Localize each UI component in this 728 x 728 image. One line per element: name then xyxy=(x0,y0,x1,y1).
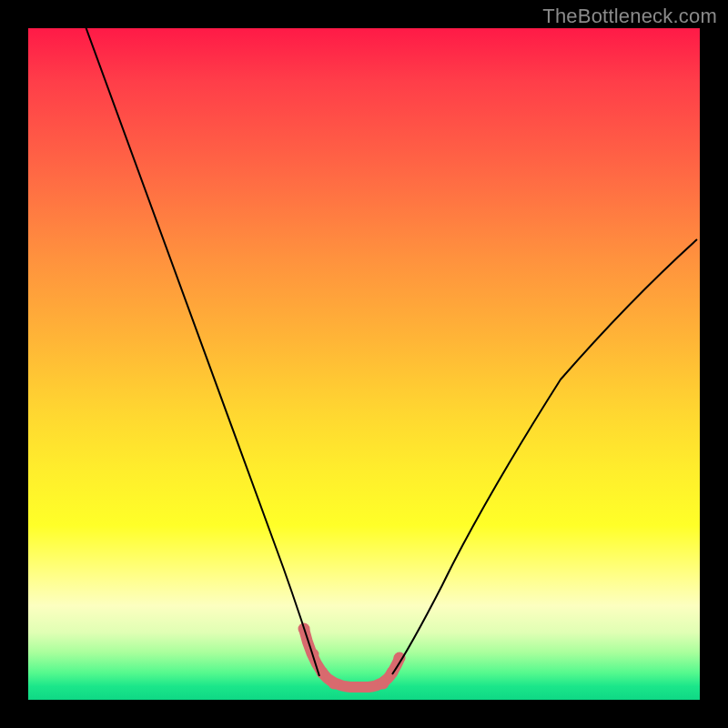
highlight-dot xyxy=(378,678,389,690)
left-curve xyxy=(83,28,319,676)
bottleneck-curve-plot xyxy=(28,28,700,700)
highlight-dot xyxy=(329,678,340,690)
chart-area xyxy=(28,28,700,700)
right-curve xyxy=(392,239,697,674)
watermark-text: TheBottleneck.com xyxy=(542,5,717,28)
